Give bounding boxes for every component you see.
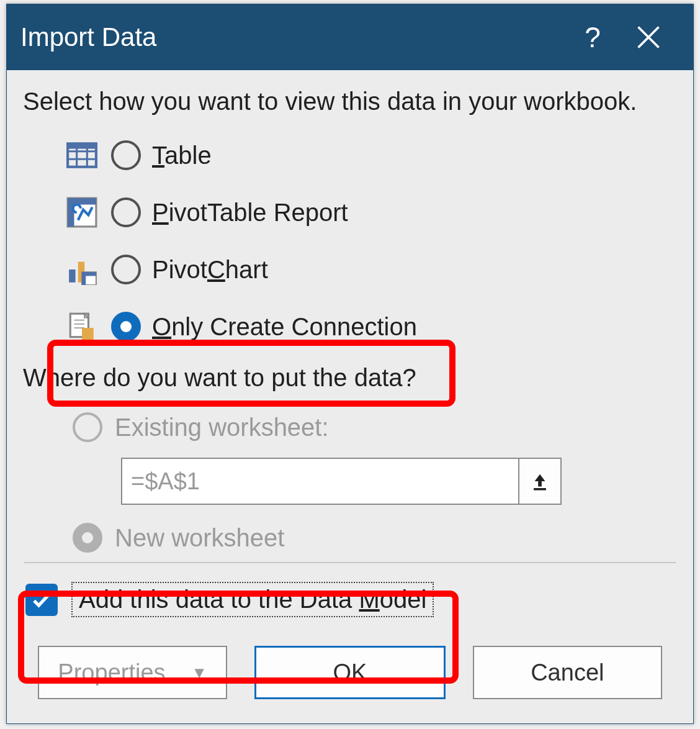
- option-pivotchart[interactable]: PivotChart: [23, 241, 677, 298]
- pivotchart-icon: [64, 251, 100, 288]
- radio-pivottable[interactable]: [111, 197, 141, 227]
- option-table-label: Table: [152, 142, 212, 170]
- add-to-data-model-row[interactable]: Add this data to the Data Model: [23, 563, 677, 632]
- cell-reference-row: [23, 458, 677, 505]
- existing-worksheet-label: Existing worksheet:: [115, 414, 329, 441]
- option-existing-worksheet: Existing worksheet:: [23, 403, 677, 451]
- option-connection-only[interactable]: Only Create Connection: [23, 298, 677, 355]
- new-worksheet-label: New worksheet: [115, 524, 284, 552]
- dialog-body: Select how you want to view this data in…: [7, 70, 693, 717]
- svg-rect-11: [69, 269, 75, 283]
- radio-table[interactable]: [111, 140, 141, 170]
- connection-icon: [64, 309, 100, 345]
- option-new-worksheet: New worksheet: [23, 514, 677, 562]
- add-to-data-model-label-focus: Add this data to the Data Model: [71, 582, 434, 617]
- svg-rect-20: [82, 328, 94, 341]
- collapse-arrow-icon: [529, 471, 550, 492]
- import-data-dialog: Import Data ? Select how you want to vie…: [6, 4, 694, 724]
- titlebar: Import Data ?: [7, 4, 693, 70]
- option-pivottable[interactable]: PivotTable Report: [23, 184, 677, 241]
- view-section-label: Select how you want to view this data in…: [23, 88, 677, 115]
- close-icon: [635, 24, 662, 51]
- svg-rect-15: [82, 272, 86, 285]
- svg-rect-7: [68, 143, 96, 148]
- radio-new-worksheet: [73, 523, 102, 553]
- dialog-buttons: Properties...▼ OK Cancel: [23, 632, 677, 699]
- cell-reference-input[interactable]: [121, 458, 519, 505]
- help-button[interactable]: ?: [568, 20, 617, 54]
- close-button[interactable]: [617, 4, 680, 70]
- option-table[interactable]: Table: [23, 127, 677, 184]
- collapse-dialog-button[interactable]: [519, 458, 562, 505]
- option-pivottable-label: PivotTable Report: [152, 199, 348, 227]
- properties-button: Properties...▼: [38, 646, 227, 699]
- where-section-label: Where do you want to put the data?: [23, 364, 677, 392]
- ok-button[interactable]: OK: [254, 646, 445, 699]
- cancel-button[interactable]: Cancel: [473, 646, 662, 699]
- dropdown-arrow-icon: ▼: [191, 663, 207, 682]
- svg-rect-10: [68, 198, 74, 227]
- table-icon: [64, 137, 100, 173]
- radio-existing-worksheet: [73, 412, 102, 442]
- radio-pivotchart[interactable]: [111, 255, 141, 284]
- radio-connection-only[interactable]: [111, 312, 141, 342]
- option-pivotchart-label: PivotChart: [152, 256, 268, 284]
- dialog-title: Import Data: [20, 22, 568, 52]
- option-connection-only-label: Only Create Connection: [152, 313, 417, 341]
- where-section: Where do you want to put the data? Exist…: [23, 364, 677, 562]
- checkmark-icon: [30, 589, 53, 611]
- add-to-data-model-label: Add this data to the Data Model: [79, 586, 426, 613]
- pivottable-icon: [64, 194, 100, 230]
- add-to-data-model-checkbox[interactable]: [25, 584, 58, 616]
